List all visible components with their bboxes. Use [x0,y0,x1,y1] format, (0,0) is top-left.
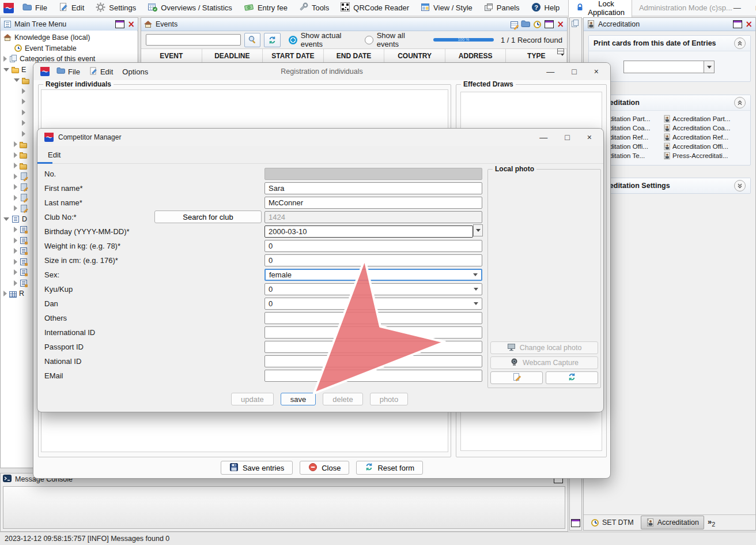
field-input[interactable]: McConner [264,197,482,209]
edit-photo-button[interactable] [490,371,543,384]
tree-expander-icon[interactable] [22,131,25,137]
field-input[interactable]: 0 [264,240,482,252]
field-input[interactable] [264,341,482,353]
tree-expander-icon[interactable] [14,269,17,275]
radio-show-all-events[interactable] [365,36,373,44]
refresh-button[interactable] [264,33,280,47]
menu-tools[interactable]: Tools [294,1,334,15]
menu-overviews-statistics[interactable]: Overviews / Statistics [142,1,237,15]
minimize-button[interactable]: — [734,3,741,12]
close-button[interactable]: Close [300,461,349,475]
tree-expander-icon[interactable] [3,56,7,62]
search-button[interactable] [244,33,260,47]
field-input[interactable]: female [264,269,482,281]
folder-icon[interactable] [521,20,530,29]
accreditation-item[interactable]: Accreditation Coa... [672,125,730,131]
print-cards-header[interactable]: Print cards from this date of Entries [589,36,750,51]
menu-options[interactable]: Options [120,66,150,77]
tree-expander-icon[interactable] [14,174,17,179]
maximize-button[interactable]: □ [572,67,576,76]
field-input[interactable]: 0 [264,298,482,310]
print-date-combo[interactable] [623,61,750,73]
tree-expander-icon[interactable] [14,280,17,286]
accreditation-item[interactable]: Accreditation Part... [672,115,730,122]
column-header[interactable]: START DATE [263,49,324,63]
tree-item[interactable]: Event Timetable [1,43,137,54]
save-entries-button[interactable]: Save entries [221,461,293,475]
menu-edit[interactable]: Edit [54,1,89,15]
field-input[interactable] [264,370,482,382]
column-header[interactable]: DEADLINE [202,49,263,63]
tab-overflow-indicator[interactable]: »2 [708,517,715,528]
search-input[interactable] [146,34,241,46]
webcam-capture-button[interactable]: Webcam Capture [490,356,598,369]
accreditation-header[interactable]: Accreditation [589,95,750,111]
tree-expander-icon[interactable] [14,205,17,211]
tree-expander-icon[interactable] [14,195,17,201]
field-input[interactable]: 2000-03-10 [264,225,473,238]
tree-expander-icon[interactable] [14,184,17,190]
tree-expander-icon[interactable] [3,68,9,72]
pages-icon[interactable] [572,21,577,27]
tree-expander-icon[interactable] [3,291,7,296]
tree-expander-icon[interactable] [14,238,17,243]
minimize-button[interactable]: — [539,133,547,142]
accreditation-item[interactable]: Accreditation Ref... [672,134,728,141]
edit-event-icon[interactable] [511,21,518,28]
panel-close-icon[interactable]: × [745,20,753,29]
panel-maximize-button[interactable] [733,20,742,28]
reset-form-button[interactable]: Reset form [356,461,423,475]
radio-show-actual-events[interactable] [289,36,297,44]
maximize-button[interactable]: □ [565,133,569,142]
tree-expander-icon[interactable] [14,78,20,82]
tree-expander-icon[interactable] [22,110,25,115]
change-local-photo-button[interactable]: Change local photo [490,341,598,354]
delete-button[interactable]: delete [323,393,362,405]
panel-close-icon[interactable]: × [557,20,564,29]
field-input[interactable]: 0 [264,283,482,295]
accreditation-item[interactable]: Accreditation Offi... [672,143,728,150]
field-input[interactable]: 1424 [264,211,482,223]
tree-expander-icon[interactable] [14,152,17,158]
chevron-down-icon[interactable] [704,61,715,73]
column-header[interactable]: EVENT [141,49,202,63]
tree-expander-icon[interactable] [14,163,17,168]
console-output[interactable] [3,486,565,529]
tree-expander-icon[interactable] [14,259,17,265]
tree-expander-icon[interactable] [22,88,25,94]
tree-expander-icon[interactable] [22,120,25,126]
column-header[interactable]: ADDRESS [445,49,506,63]
collapse-chevron-icon[interactable] [734,37,746,49]
tab-accreditation[interactable]: Accreditation [641,516,704,529]
tree-expander-icon[interactable] [3,217,9,221]
panel-close-icon[interactable]: × [127,20,135,29]
clock-icon[interactable] [534,21,541,28]
menu-edit[interactable]: Edit [87,66,115,78]
date-dropdown-button[interactable] [473,224,483,236]
tree-expander-icon[interactable] [14,248,17,254]
menu-file[interactable]: File [54,66,82,77]
expand-chevron-icon[interactable] [734,180,746,191]
settings-header[interactable]: Accreditation Settings [589,178,750,193]
tree-expander-icon[interactable] [22,99,25,104]
minimize-button[interactable]: — [546,67,554,76]
dock-maximize-button[interactable] [571,519,580,527]
menu-file[interactable]: File [17,1,52,14]
accreditation-item[interactable]: Press-Accreditati... [672,152,728,159]
field-input[interactable] [264,312,482,324]
update-button[interactable]: update [231,393,274,405]
menu-panels[interactable]: Panels [479,1,525,15]
panel-maximize-button[interactable] [115,20,124,28]
menu-help[interactable]: ? Help [526,1,565,16]
tree-expander-icon[interactable] [14,227,17,232]
column-header[interactable]: END DATE [324,49,385,63]
combo-value[interactable] [623,61,704,73]
field-input[interactable] [264,168,482,180]
field-input[interactable] [264,355,482,367]
collapse-chevron-icon[interactable] [734,97,746,108]
tab-set-dtm[interactable]: SET DTM [586,516,638,529]
column-header[interactable]: COUNTRY [384,49,445,63]
menu-settings[interactable]: Settings [90,1,141,16]
close-button[interactable]: × [587,133,592,142]
close-button[interactable]: × [594,67,599,76]
